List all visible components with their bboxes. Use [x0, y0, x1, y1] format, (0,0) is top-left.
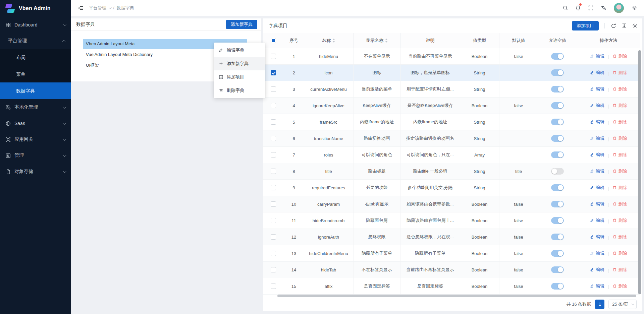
sidebar-item-data-dictionary[interactable]: 数据字典 — [0, 82, 71, 99]
delete-button[interactable]: 删除 — [612, 119, 627, 125]
edit-button[interactable]: 编辑 — [590, 250, 604, 256]
delete-button[interactable]: 删除 — [612, 217, 627, 224]
app-logo[interactable]: Vben Admin — [0, 0, 71, 17]
sidebar-collapse-button[interactable] — [75, 0, 86, 16]
table-row[interactable]: 12 ignoreAuth 忽略权限 是否忽略权限，只在权... Boolean… — [263, 229, 640, 245]
delete-button[interactable]: 删除 — [612, 86, 627, 92]
language-button[interactable] — [597, 0, 610, 16]
allow-empty-toggle[interactable] — [551, 69, 564, 76]
delete-button[interactable]: 删除 — [612, 185, 627, 191]
table-row[interactable]: 9 requiredFeatures 必要的功能 多个功能间用英文,分隔 Str… — [263, 180, 640, 196]
user-avatar[interactable] — [614, 3, 624, 13]
refresh-button[interactable] — [610, 23, 616, 29]
row-checkbox[interactable] — [271, 54, 276, 59]
allow-empty-toggle[interactable] — [551, 119, 564, 125]
allow-empty-toggle[interactable] — [551, 266, 564, 273]
allow-empty-toggle[interactable] — [551, 217, 564, 224]
search-button[interactable] — [559, 0, 572, 16]
row-checkbox[interactable] — [271, 136, 276, 141]
sidebar-item-object-storage[interactable]: 对象存储 — [0, 164, 71, 180]
table-row[interactable]: 4 ignoreKeepAlive KeepAlive缓存 是否忽略KeepAl… — [263, 98, 640, 114]
allow-empty-toggle[interactable] — [551, 102, 564, 109]
table-row[interactable]: 5 frameSrc 内嵌iframe的地址 内嵌iframe的地址 Strin… — [263, 114, 640, 130]
add-item-button[interactable]: 添加项目 — [572, 21, 599, 30]
edit-button[interactable]: 编辑 — [590, 283, 604, 289]
sort-icons[interactable] — [385, 39, 388, 43]
context-menu-add-dictionary[interactable]: 添加新字典 — [214, 57, 265, 70]
delete-button[interactable]: 删除 — [612, 250, 627, 256]
delete-button[interactable]: 删除 — [612, 135, 627, 141]
fullscreen-button[interactable] — [584, 0, 597, 16]
table-row[interactable]: 7 roles 可以访问的角色 可以访问的角色，只在... Array 编辑 删… — [263, 147, 640, 163]
edit-button[interactable]: 编辑 — [590, 168, 604, 174]
sidebar-item-management[interactable]: 管理 — [0, 147, 71, 164]
edit-button[interactable]: 编辑 — [590, 70, 604, 76]
edit-button[interactable]: 编辑 — [590, 201, 604, 207]
context-menu-delete-dictionary[interactable]: 删除字典 — [214, 84, 265, 97]
row-checkbox[interactable] — [271, 70, 276, 75]
delete-button[interactable]: 删除 — [612, 283, 627, 289]
table-row[interactable]: 1 hideMenu 不在菜单显示 当前路由不再菜单显示 Boolean fal… — [263, 48, 640, 65]
row-checkbox[interactable] — [271, 284, 276, 289]
allow-empty-toggle[interactable] — [551, 151, 564, 158]
row-checkbox[interactable] — [271, 119, 276, 125]
delete-button[interactable]: 删除 — [612, 234, 627, 240]
sort-icons[interactable] — [332, 39, 335, 43]
allow-empty-toggle[interactable] — [551, 201, 564, 207]
edit-button[interactable]: 编辑 — [590, 53, 604, 59]
edit-button[interactable]: 编辑 — [590, 234, 604, 240]
edit-button[interactable]: 编辑 — [590, 217, 604, 224]
sidebar-item-saas[interactable]: Saas — [0, 115, 71, 131]
delete-button[interactable]: 删除 — [612, 70, 627, 76]
edit-button[interactable]: 编辑 — [590, 103, 604, 109]
delete-button[interactable]: 删除 — [612, 103, 627, 109]
add-dictionary-button[interactable]: 添加新字典 — [226, 20, 257, 29]
allow-empty-toggle[interactable] — [551, 184, 564, 191]
notifications-button[interactable] — [572, 0, 584, 16]
table-row[interactable]: 11 hideBreadcrumb 隐藏面包屑 隐藏该路由在面包屑上... Bo… — [263, 212, 640, 229]
sidebar-item-layout[interactable]: 布局 — [0, 49, 71, 66]
delete-button[interactable]: 删除 — [612, 168, 627, 174]
row-checkbox[interactable] — [271, 218, 276, 223]
row-checkbox[interactable] — [271, 201, 276, 207]
table-row[interactable]: 15 affix 是否固定标签 是否固定标签 Boolean false 编辑 … — [263, 278, 640, 295]
column-header-name[interactable]: 名称 — [304, 33, 353, 48]
sidebar-item-dashboard[interactable]: Dashboard — [0, 17, 71, 33]
column-settings-button[interactable] — [632, 23, 638, 29]
row-checkbox[interactable] — [271, 152, 276, 158]
row-height-button[interactable] — [621, 23, 627, 29]
page-1-button[interactable]: 1 — [595, 300, 604, 309]
delete-button[interactable]: 删除 — [612, 152, 627, 158]
table-row[interactable]: 14 hideTab 不在标签页显示 当前路由不再标签页显示 Boolean f… — [263, 262, 640, 278]
edit-button[interactable]: 编辑 — [590, 119, 604, 125]
edit-button[interactable]: 编辑 — [590, 86, 604, 92]
row-checkbox[interactable] — [271, 169, 276, 174]
row-checkbox[interactable] — [271, 267, 276, 272]
row-checkbox[interactable] — [271, 234, 276, 240]
settings-button[interactable] — [628, 0, 641, 16]
edit-button[interactable]: 编辑 — [590, 152, 604, 158]
edit-button[interactable]: 编辑 — [590, 267, 604, 273]
sidebar-item-localization[interactable]: 本地化管理 — [0, 99, 71, 115]
table-row[interactable]: 13 hideChildrenInMenu 隐藏所有子菜单 隐藏所有子菜单 Bo… — [263, 245, 640, 262]
allow-empty-toggle[interactable] — [551, 250, 564, 257]
table-row[interactable]: 8 title 路由标题 路由title 一般必填 String title 编… — [263, 163, 640, 180]
edit-button[interactable]: 编辑 — [590, 135, 604, 141]
sidebar-item-app-gateway[interactable]: 应用网关 — [0, 131, 71, 147]
sidebar-item-menu[interactable]: 菜单 — [0, 66, 71, 82]
context-menu-edit-dictionary[interactable]: 编辑字典 — [214, 44, 265, 57]
allow-empty-toggle[interactable] — [551, 168, 564, 175]
allow-empty-toggle[interactable] — [551, 283, 564, 290]
context-menu-add-item[interactable]: 添加项目 — [214, 70, 265, 84]
row-checkbox[interactable] — [271, 86, 276, 92]
row-checkbox[interactable] — [271, 185, 276, 190]
edit-button[interactable]: 编辑 — [590, 185, 604, 191]
delete-button[interactable]: 删除 — [612, 53, 627, 59]
table-row[interactable]: 6 transitionName 路由切换动画 指定该路由切换的动画名 Stri… — [263, 130, 640, 147]
allow-empty-toggle[interactable] — [551, 53, 564, 60]
row-checkbox[interactable] — [271, 103, 276, 108]
table-row[interactable]: 10 carryParam 在tab页显示 如果该路由会携带参数... Bool… — [263, 196, 640, 212]
allow-empty-toggle[interactable] — [551, 135, 564, 142]
row-checkbox[interactable] — [271, 251, 276, 256]
delete-button[interactable]: 删除 — [612, 201, 627, 207]
